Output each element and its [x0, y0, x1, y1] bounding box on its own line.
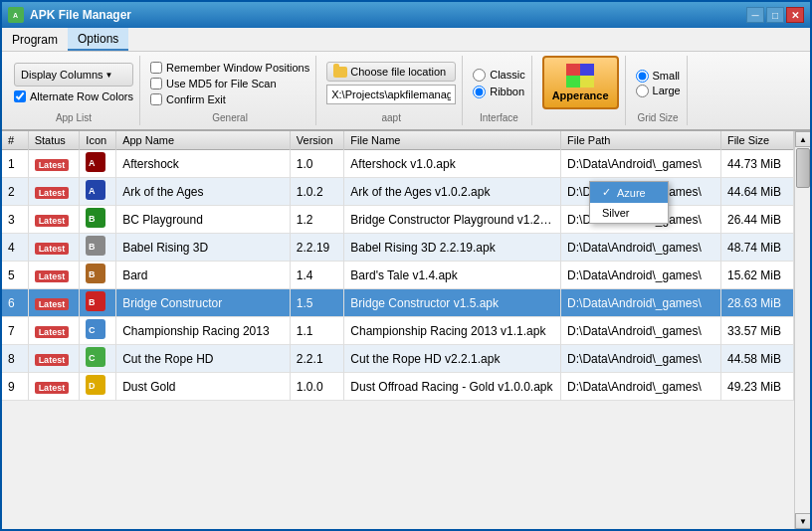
- ribbon-radio-row: Ribbon: [473, 86, 524, 98]
- remember-window-checkbox[interactable]: [150, 62, 162, 74]
- cell-filename: Bard's Tale v1.4.apk: [344, 262, 561, 289]
- alternate-row-colors-checkbox[interactable]: [14, 90, 26, 102]
- cell-size: 33.57 MiB: [720, 317, 793, 345]
- cell-app-name: Dust Gold: [116, 373, 291, 401]
- menu-options[interactable]: Options: [68, 28, 128, 51]
- scroll-up-button[interactable]: ▲: [795, 131, 810, 147]
- cell-app-name: Ark of the Ages: [116, 178, 291, 206]
- table-row[interactable]: 1 Latest A Aftershock 1.0 Aftershock v1.…: [2, 150, 794, 178]
- minimize-button[interactable]: ─: [746, 7, 764, 23]
- cell-num: 5: [2, 262, 28, 289]
- svg-rect-5: [580, 76, 594, 88]
- close-button[interactable]: ✕: [786, 7, 804, 23]
- table-row[interactable]: 9 Latest D Dust Gold 1.0.0 Dust Offroad …: [2, 373, 794, 401]
- cell-icon: B: [80, 234, 116, 262]
- cell-size: 26.44 MiB: [720, 206, 793, 234]
- silver-option[interactable]: Silver: [590, 203, 668, 223]
- table-row[interactable]: 6 Latest B Bridge Constructor 1.5 Bridge…: [2, 289, 794, 317]
- title-bar: A APK File Manager ─ □ ✕: [2, 2, 810, 28]
- small-radio-row: Small: [636, 70, 681, 83]
- aapt-content: Choose file location: [326, 56, 456, 110]
- appearance-button[interactable]: Apperance: [542, 56, 619, 109]
- cell-icon: C: [80, 345, 116, 373]
- col-header-icon: Icon: [80, 131, 116, 150]
- maximize-button[interactable]: □: [766, 7, 784, 23]
- cell-size: 28.63 MiB: [720, 289, 793, 317]
- cell-path: D:\Data\Android\_games\: [561, 345, 721, 373]
- table-header-row: # Status Icon App Name Version File Name…: [2, 131, 794, 150]
- cell-icon: B: [80, 262, 116, 289]
- cell-version: 1.0: [290, 150, 343, 178]
- cell-filename: Aftershock v1.0.apk: [344, 150, 561, 178]
- status-badge: Latest: [35, 159, 70, 171]
- small-radio[interactable]: [636, 70, 649, 83]
- cell-num: 1: [2, 150, 28, 178]
- table-row[interactable]: 3 Latest B BC Playground 1.2 Bridge Cons…: [2, 206, 794, 234]
- app-list-content: Display Columns ▼ Alternate Row Colors: [14, 56, 133, 110]
- use-md5-row: Use MD5 for File Scan: [150, 77, 309, 90]
- cell-version: 1.0.0: [290, 373, 343, 401]
- confirm-exit-checkbox[interactable]: [150, 93, 162, 105]
- cell-icon: A: [80, 150, 116, 178]
- col-header-path: File Path: [561, 131, 721, 150]
- cell-app-name: BC Playground: [116, 206, 291, 234]
- cell-filename: Championship Racing 2013 v1.1.apk: [344, 317, 561, 345]
- table-row[interactable]: 8 Latest C Cut the Rope HD 2.2.1 Cut the…: [2, 345, 794, 373]
- scroll-down-button[interactable]: ▼: [795, 513, 810, 529]
- cell-num: 6: [2, 289, 28, 317]
- scroll-track: [795, 147, 810, 513]
- table-container: # Status Icon App Name Version File Name…: [2, 131, 810, 529]
- large-radio[interactable]: [636, 85, 649, 97]
- svg-text:C: C: [89, 325, 96, 335]
- table-body: 1 Latest A Aftershock 1.0 Aftershock v1.…: [2, 150, 794, 401]
- interface-label: Interface: [473, 112, 524, 123]
- cell-version: 2.2.19: [290, 234, 343, 262]
- ribbon-radio[interactable]: [473, 86, 486, 98]
- cell-app-name: Babel Rising 3D: [116, 234, 291, 262]
- svg-rect-2: [566, 64, 580, 76]
- cell-filename: Cut the Rope HD v2.2.1.apk: [344, 345, 561, 373]
- ribbon-group-appearance: Apperance: [536, 56, 626, 125]
- cell-status: Latest: [28, 373, 80, 401]
- cell-num: 8: [2, 345, 28, 373]
- vertical-scrollbar[interactable]: ▲ ▼: [794, 131, 810, 529]
- table-row[interactable]: 4 Latest B Babel Rising 3D 2.2.19 Babel …: [2, 234, 794, 262]
- cell-version: 1.4: [290, 262, 343, 289]
- table-scroll-area[interactable]: # Status Icon App Name Version File Name…: [2, 131, 794, 529]
- choose-file-button[interactable]: Choose file location: [326, 62, 456, 82]
- use-md5-checkbox[interactable]: [150, 78, 162, 89]
- cell-version: 1.0.2: [290, 178, 343, 206]
- status-badge: Latest: [35, 326, 70, 338]
- cell-size: 44.64 MiB: [720, 178, 793, 206]
- cell-path: D:\Data\Android\_games\: [561, 262, 721, 289]
- menu-program[interactable]: Program: [2, 28, 68, 51]
- app-table: # Status Icon App Name Version File Name…: [2, 131, 794, 401]
- cell-size: 48.74 MiB: [720, 234, 793, 262]
- ribbon: Display Columns ▼ Alternate Row Colors A…: [2, 52, 810, 131]
- table-row[interactable]: 2 Latest A Ark of the Ages 1.0.2 Ark of …: [2, 178, 794, 206]
- confirm-exit-row: Confirm Exit: [150, 92, 309, 106]
- azure-option[interactable]: Azure: [590, 182, 668, 203]
- cell-icon: C: [80, 317, 116, 345]
- menu-bar: Program Options: [2, 28, 810, 52]
- table-row[interactable]: 7 Latest C Championship Racing 2013 1.1 …: [2, 317, 794, 345]
- cell-status: Latest: [28, 178, 80, 206]
- scroll-thumb[interactable]: [796, 148, 810, 188]
- status-badge: Latest: [35, 298, 70, 310]
- general-content: Remember Window Positions Use MD5 for Fi…: [150, 56, 309, 110]
- svg-text:C: C: [89, 353, 96, 363]
- cell-version: 1.1: [290, 317, 343, 345]
- cell-status: Latest: [28, 262, 80, 289]
- svg-rect-3: [580, 64, 594, 76]
- cell-num: 3: [2, 206, 28, 234]
- cell-version: 1.5: [290, 289, 343, 317]
- app-list-label: App List: [14, 112, 133, 123]
- table-row[interactable]: 5 Latest B Bard 1.4 Bard's Tale v1.4.apk…: [2, 262, 794, 289]
- appearance-group-label: [542, 111, 619, 123]
- col-header-size: File Size: [720, 131, 793, 150]
- folder-icon: [333, 67, 347, 78]
- display-columns-button[interactable]: Display Columns ▼: [14, 63, 133, 87]
- general-label: General: [150, 112, 309, 123]
- classic-radio[interactable]: [473, 69, 486, 82]
- file-path-input[interactable]: [326, 85, 456, 104]
